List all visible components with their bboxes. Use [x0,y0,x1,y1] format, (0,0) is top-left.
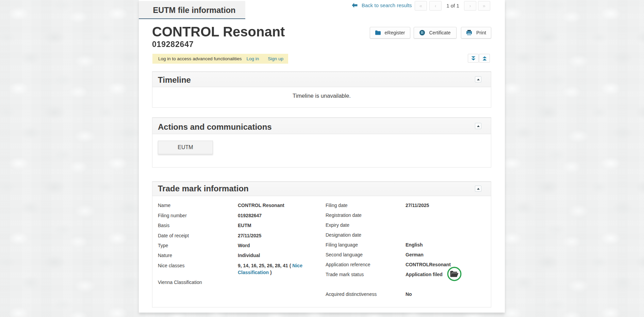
svg-text:R: R [421,31,424,35]
